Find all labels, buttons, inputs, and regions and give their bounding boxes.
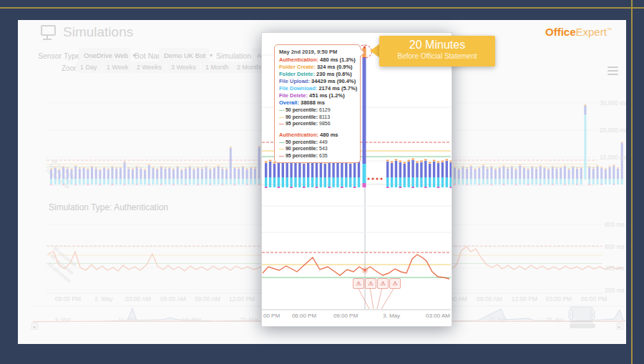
tooltip-series-label: Overall: bbox=[279, 99, 299, 106]
percentile-value: 6129 bbox=[319, 107, 331, 112]
auth-section-title: Simulation Type: Authentication bbox=[49, 202, 168, 212]
tooltip-series-value: 34429 ms (90.4%) bbox=[310, 78, 356, 84]
magnifier-x-tick: 3. May bbox=[383, 313, 400, 319]
auth-x-tick: 03:00 AM bbox=[125, 295, 151, 302]
tooltip-series-row: Folder Delete: 230 ms (0.6%) bbox=[279, 71, 356, 78]
magnifier-x-tick: 03:00 AM bbox=[426, 313, 450, 319]
percentile-value: 543 bbox=[319, 146, 328, 151]
percentile-label: 95 percentile: bbox=[286, 153, 319, 158]
tooltip-series-row: File Download: 2174 ms (5.7%) bbox=[279, 85, 356, 92]
tooltip-auth-percentiles: — 50 percentile: 449— 90 percentile: 543… bbox=[279, 139, 356, 159]
gold-accent-top bbox=[0, 7, 644, 9]
tooltip-series-label: Folder Delete: bbox=[279, 71, 315, 77]
tooltip-percentile-row: — 95 percentile: 635 bbox=[279, 152, 356, 159]
percentile-dash-icon: — bbox=[279, 146, 286, 151]
logo-trademark: ™ bbox=[607, 27, 612, 32]
percentile-label: 50 percentile: bbox=[286, 139, 319, 144]
magnifier-x-tick: 00 PM bbox=[263, 313, 280, 319]
tooltip-series-value: 480 ms (1.3%) bbox=[318, 56, 356, 63]
svg-text:▸: ▸ bbox=[618, 325, 620, 329]
overall-y-tick: 20,000 ms bbox=[600, 127, 626, 134]
navigator-tick: 22. Apr bbox=[488, 316, 506, 323]
auth-x-tick: 2. May bbox=[94, 295, 113, 302]
auth-x-tick: 12:00 PM bbox=[229, 295, 255, 302]
warning-icon: ⚠ bbox=[353, 278, 364, 289]
tooltip-series-label: Folder Create: bbox=[279, 64, 316, 70]
auth-x-tick: 06:00 AM bbox=[160, 295, 186, 302]
overall-y-tick: 10,000 ms bbox=[600, 154, 626, 161]
magnifier-x-tick: 09:00 PM bbox=[333, 313, 358, 319]
auth-x-tick: 09:00 PM bbox=[55, 295, 81, 302]
tooltip-percentile-row: — 95 percentile: 9856 bbox=[279, 120, 356, 127]
tooltip-series-value: 2174 ms (5.7%) bbox=[317, 85, 357, 92]
office-expert-logo: OfficeExpert™ bbox=[545, 26, 612, 38]
tooltip-series-row: File Upload: 34429 ms (90.4%) bbox=[279, 78, 356, 85]
tooltip-series-rows: Authentication: 480 ms (1.3%)Folder Crea… bbox=[279, 56, 356, 107]
percentile-value: 449 bbox=[319, 139, 328, 144]
auth-x-tick: 09:00 AM bbox=[477, 295, 502, 302]
auth-x-tick: 09:00 AM bbox=[195, 295, 220, 302]
auth-x-tick: 03:00 PM bbox=[546, 295, 572, 302]
tooltip-series-value: 38088 ms bbox=[299, 99, 325, 106]
percentile-value: 9856 bbox=[319, 121, 331, 126]
percentile-value: 8113 bbox=[319, 114, 330, 119]
screenshot-root: Simulations Sensor TypeOneDrive Web▾Bot … bbox=[0, 0, 644, 364]
navigator-tick: 11. Mar bbox=[118, 316, 137, 323]
logo-text-office: Office bbox=[545, 26, 576, 38]
navigator-tick: 18. Mar bbox=[182, 316, 201, 323]
auth-y-tick: 400 ms bbox=[605, 265, 625, 272]
auth-y-tick: 600 ms bbox=[605, 243, 625, 250]
tooltip-series-row: Overall: 38088 ms bbox=[279, 99, 356, 107]
percentile-label: 90 percentile: bbox=[286, 114, 319, 119]
tooltip-series-value: 451 ms (1.2%) bbox=[308, 92, 345, 99]
gold-accent-right bbox=[631, 0, 633, 364]
percentile-dash-icon: — bbox=[279, 107, 286, 112]
overall-y-tick: 30,000 ms bbox=[600, 99, 626, 107]
navigator-tick: 25. Mar bbox=[239, 316, 258, 323]
tooltip-overall-percentiles: — 50 percentile: 6129— 90 percentile: 81… bbox=[279, 107, 356, 127]
callout-arrow-icon bbox=[370, 44, 380, 58]
warning-icon: ⚠ bbox=[377, 278, 389, 289]
callout-subline: Before Official Statement bbox=[379, 52, 495, 60]
tooltip-auth-header: Authentication: 480 ms bbox=[279, 132, 356, 139]
auth-x-tick: 12:00 PM bbox=[512, 295, 537, 302]
tooltip-series-value: 230 ms (0.6%) bbox=[315, 71, 352, 77]
tooltip-series-label: Authentication: bbox=[279, 56, 318, 63]
chart-tooltip: May 2nd 2019, 9:50 PM Authentication: 48… bbox=[274, 44, 361, 163]
logo-text-expert: Expert bbox=[576, 26, 607, 38]
scrollbar-thumb[interactable] bbox=[570, 324, 595, 329]
tooltip-series-label: File Download: bbox=[279, 85, 317, 92]
annotation-callout: 20 Minutes Before Official Statement bbox=[379, 36, 495, 67]
percentile-label: 95 percentile: bbox=[286, 121, 319, 126]
tooltip-series-value: 324 ms (0.9%) bbox=[316, 64, 353, 70]
svg-text:◂: ◂ bbox=[33, 325, 35, 329]
tooltip-timestamp: May 2nd 2019, 9:50 PM bbox=[279, 49, 356, 55]
tooltip-series-row: File Delete: 451 ms (1.2%) bbox=[279, 92, 356, 99]
auth-x-tick: 06:00 PM bbox=[581, 295, 607, 302]
percentile-label: 90 percentile: bbox=[286, 146, 319, 151]
percentile-dash-icon: — bbox=[279, 114, 286, 119]
auth-y-tick: 200 ms bbox=[605, 287, 625, 294]
percentile-value: 635 bbox=[319, 153, 328, 158]
tooltip-percentile-row: — 50 percentile: 6129 bbox=[279, 107, 356, 114]
tooltip-series-row: Authentication: 480 ms (1.3%) bbox=[279, 56, 356, 64]
tooltip-series-label: File Delete: bbox=[279, 92, 308, 99]
magnifier-x-tick: 06:00 PM bbox=[292, 313, 316, 319]
percentile-dash-icon: — bbox=[279, 139, 286, 144]
warning-icon: ⚠ bbox=[365, 278, 376, 289]
percentile-dash-icon: — bbox=[279, 153, 286, 158]
tooltip-series-label: File Upload: bbox=[279, 78, 310, 84]
tooltip-percentile-row: — 90 percentile: 8113 bbox=[279, 114, 356, 121]
callout-headline: 20 Minutes bbox=[379, 39, 495, 51]
tooltip-percentile-row: — 50 percentile: 449 bbox=[279, 139, 356, 146]
auth-y-tick: 800 ms bbox=[605, 221, 625, 228]
percentile-label: 50 percentile: bbox=[286, 107, 319, 112]
tooltip-percentile-row: — 90 percentile: 543 bbox=[279, 145, 356, 152]
tooltip-series-row: Folder Create: 324 ms (0.9%) bbox=[279, 64, 356, 71]
percentile-dash-icon: — bbox=[279, 121, 286, 126]
navigator-tick: 4. Mar bbox=[55, 316, 72, 323]
warning-icon: ⚠ bbox=[389, 278, 401, 289]
magnifier-popup: May 2nd 2019, 9:50 PM Authentication: 48… bbox=[261, 32, 452, 327]
navigator-tick: 29. Apr bbox=[545, 316, 563, 323]
